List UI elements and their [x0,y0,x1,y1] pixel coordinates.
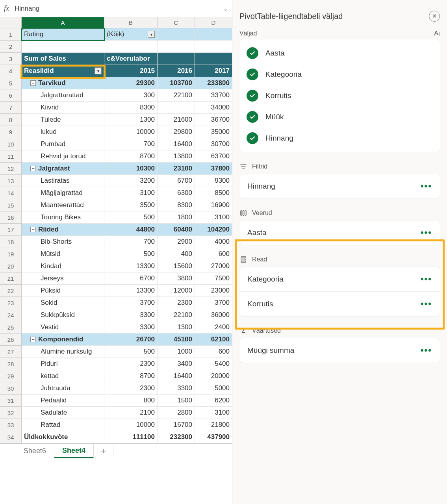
cell[interactable]: 22100 [158,89,195,102]
cell[interactable]: 10300 [104,163,158,175]
table-row[interactable]: 29kettad87001640020000 [0,370,232,382]
filters-drop-area[interactable]: Hinnang ••• [239,174,440,198]
cell[interactable]: Alumine nurksulg [22,346,104,358]
cell[interactable]: Sokid [22,297,104,309]
cell[interactable]: 104200 [195,224,232,236]
collapse-icon[interactable]: − [30,166,36,171]
row-header[interactable]: 24 [0,309,22,321]
cell[interactable]: 29800 [158,126,195,138]
cell[interactable]: 232300 [158,431,195,443]
cell[interactable]: 36000 [195,309,232,321]
cell[interactable]: 13300 [104,260,158,272]
row-header[interactable]: 13 [0,175,22,187]
formula-input[interactable] [15,3,218,15]
add-sheet-button[interactable]: + [94,445,113,457]
row-header[interactable]: 1 [0,28,22,41]
field-menu-icon[interactable]: ••• [421,181,432,191]
table-row[interactable]: 11Rehvid ja torud87001380063700 [0,150,232,163]
cell[interactable]: 700 [104,138,158,150]
cell[interactable]: 5400 [195,358,232,370]
row-header[interactable]: 23 [0,297,22,309]
cell[interactable]: 3200 [104,175,158,187]
cell[interactable]: 37800 [195,163,232,175]
cell[interactable]: −Riided [22,224,104,236]
cell[interactable]: kettad [22,370,104,382]
cell[interactable]: Sadulate [22,407,104,419]
cell[interactable] [104,41,158,53]
cell[interactable]: 6300 [158,187,195,199]
cell[interactable]: Tulede [22,114,104,126]
col-header-d[interactable]: D [195,17,232,28]
field-menu-icon[interactable]: ••• [421,274,432,284]
cell[interactable]: 2017 [195,65,232,77]
cell[interactable]: 400 [158,248,195,260]
collapse-icon[interactable]: − [30,80,36,86]
cell[interactable]: 233800 [195,77,232,89]
filter-field-item[interactable]: Hinnang ••• [239,174,440,198]
cell[interactable]: Sum of Sales [22,53,104,65]
cell[interactable]: 12000 [158,285,195,297]
table-row[interactable]: 21Jerseys670038007500 [0,272,232,285]
collapse-icon[interactable]: − [30,227,36,232]
table-row[interactable]: 1Rating(Kõik)▾ [0,28,232,41]
row-labels-dropdown-icon[interactable]: ▾ [95,67,102,74]
cell[interactable]: 8700 [104,370,158,382]
rows-drop-area[interactable]: Kategooria ••• Korrutis ••• [239,267,440,316]
row-header[interactable]: 27 [0,346,22,358]
cell[interactable]: 600 [195,248,232,260]
table-row[interactable]: 8Tulede13002160036700 [0,114,232,126]
cell[interactable]: 1500 [158,395,195,407]
cell[interactable]: Kindad [22,260,104,272]
collapse-icon[interactable]: − [30,337,36,342]
table-row[interactable]: 33Rattad100001670021800 [0,419,232,431]
cell[interactable] [195,41,232,53]
cell[interactable]: 111100 [104,431,158,443]
field-menu-icon[interactable]: ••• [421,345,432,356]
cell[interactable]: 2300 [104,358,158,370]
cell[interactable] [158,102,195,114]
row-field-item[interactable]: Kategooria ••• [239,267,440,292]
cell[interactable]: 3100 [195,407,232,419]
row-header[interactable]: 10 [0,138,22,150]
cell[interactable]: 600 [195,346,232,358]
row-header[interactable]: 14 [0,187,22,199]
cell[interactable]: 500 [104,211,158,224]
row-header[interactable]: 18 [0,236,22,248]
table-row[interactable]: 23Sokid370023003700 [0,297,232,309]
cell[interactable]: 10000 [104,419,158,431]
cell[interactable]: 3800 [158,272,195,285]
cell[interactable]: 13800 [158,150,195,163]
cell[interactable]: Püksid [22,285,104,297]
row-header[interactable]: 15 [0,199,22,211]
col-header-b[interactable]: B [104,17,158,28]
cell[interactable]: 2100 [104,407,158,419]
table-row[interactable]: 32Sadulate210028003100 [0,407,232,419]
cell[interactable]: 20000 [195,370,232,382]
value-field-item[interactable]: Müügi summa ••• [239,338,440,363]
field-item[interactable]: Hinnang [239,128,440,149]
select-all-corner[interactable] [0,17,22,28]
row-header[interactable]: 22 [0,285,22,297]
row-header[interactable]: 31 [0,395,22,407]
field-item[interactable]: Aasta [239,43,440,64]
table-row[interactable]: 14Mägijalgrattad310063008500 [0,187,232,199]
cell[interactable]: 23100 [158,163,195,175]
row-header[interactable]: 11 [0,150,22,163]
table-row[interactable]: 3Sum of Salesc&Veerulabor [0,53,232,65]
row-header[interactable]: 12 [0,163,22,175]
cell[interactable]: 3700 [104,297,158,309]
cell[interactable]: 16900 [195,199,232,211]
row-header[interactable]: 29 [0,370,22,382]
cell[interactable]: 6700 [158,175,195,187]
cell[interactable]: Rattad [22,419,104,431]
cell[interactable]: Jerseys [22,272,104,285]
cell[interactable]: 44800 [104,224,158,236]
cell[interactable] [22,41,104,53]
cell[interactable]: Mägijalgrattad [22,187,104,199]
cell[interactable]: 27000 [195,260,232,272]
cell[interactable]: 1300 [158,321,195,334]
field-menu-icon[interactable]: ••• [421,299,432,309]
cell[interactable]: Pedaalid [22,395,104,407]
table-row[interactable]: 26−Komponendid267004510062100 [0,334,232,346]
table-row[interactable]: 19Mütsid500400600 [0,248,232,260]
